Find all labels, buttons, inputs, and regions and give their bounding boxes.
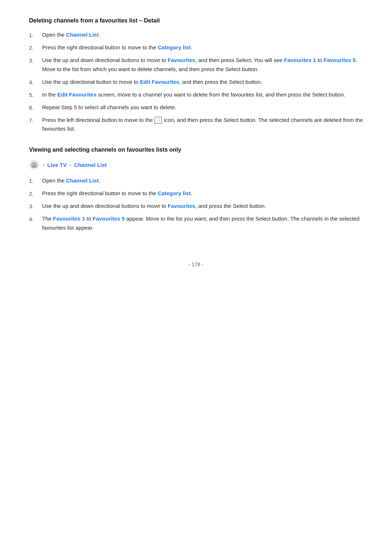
s2-step-2-text: Press the right directional button to mo…	[42, 189, 363, 198]
section1-title: Deleting channels from a favourites list…	[29, 17, 363, 24]
step-3-num: 3.	[29, 56, 42, 65]
s2-step-4: 4. The Favourites 1 to Favourites 5 appe…	[29, 214, 363, 233]
favourites1-link-2[interactable]: Favourites 1	[53, 216, 85, 222]
channel-list-link-1[interactable]: Channel List	[66, 32, 99, 38]
favourites-link-1[interactable]: Favourites	[168, 57, 195, 63]
step-3-text: Use the up and down directional buttons …	[42, 56, 363, 74]
step-6-text: Repeat Step 5 to select all channels you…	[42, 103, 363, 112]
section-viewing-channels: Viewing and selecting channels on favour…	[29, 147, 363, 233]
s2-step-1-num: 1.	[29, 176, 42, 185]
step-5: 5. In the Edit Favourites screen, move t…	[29, 90, 363, 99]
page-number: - 178 -	[189, 262, 203, 267]
step-7-text: Press the left directional button to mov…	[42, 116, 363, 134]
category-list-link-1[interactable]: Category list	[158, 44, 191, 50]
s2-step-4-text: The Favourites 1 to Favourites 5 appear.…	[42, 214, 363, 233]
s2-step-4-num: 4.	[29, 214, 42, 223]
live-tv-link[interactable]: Live TV	[47, 162, 66, 168]
favourites5-link-1[interactable]: Favourites 5	[323, 57, 355, 63]
left-icon: 〈	[155, 117, 162, 124]
s2-step-2-num: 2.	[29, 189, 42, 198]
channel-list-link-2[interactable]: Channel List	[66, 177, 99, 184]
breadcrumb: › Live TV › Channel List	[29, 160, 363, 170]
section1-steps: 1. Open the Channel List. 2. Press the r…	[29, 30, 363, 134]
step-6: 6. Repeat Step 5 to select all channels …	[29, 103, 363, 112]
page-footer: - 178 -	[29, 262, 363, 267]
step-5-text: In the Edit Favourites screen, move to a…	[42, 90, 363, 99]
favourites-link-2[interactable]: Favourites	[168, 203, 195, 209]
step-4-num: 4.	[29, 78, 42, 87]
edit-favourites-link-1[interactable]: Edit Favourites	[140, 79, 179, 85]
home-icon[interactable]	[29, 160, 39, 170]
breadcrumb-chevron-2: ›	[70, 162, 71, 168]
step-2-num: 2.	[29, 43, 42, 52]
step-6-num: 6.	[29, 103, 42, 112]
step-5-num: 5.	[29, 90, 42, 99]
s2-step-3: 3. Use the up and down directional butto…	[29, 202, 363, 211]
step-7-num: 7.	[29, 116, 42, 125]
step-1: 1. Open the Channel List.	[29, 30, 363, 40]
breadcrumb-chevron-1: ›	[43, 162, 44, 168]
category-list-link-2[interactable]: Category list	[158, 190, 191, 196]
step-2: 2. Press the right directional button to…	[29, 43, 363, 52]
step-1-text: Open the Channel List.	[42, 30, 363, 40]
favourites1-link-1[interactable]: Favourites 1	[284, 57, 316, 63]
s2-step-3-num: 3.	[29, 202, 42, 211]
step-4-text: Use the up directional button to move to…	[42, 78, 363, 87]
section-deleting-channels: Deleting channels from a favourites list…	[29, 17, 363, 134]
channel-list-breadcrumb-link[interactable]: Channel List	[74, 162, 107, 168]
s2-step-1-text: Open the Channel List.	[42, 176, 363, 185]
s2-step-1: 1. Open the Channel List.	[29, 176, 363, 185]
step-2-text: Press the right directional button to mo…	[42, 43, 363, 52]
section2-title: Viewing and selecting channels on favour…	[29, 147, 363, 153]
favourites5-link-2[interactable]: Favourites 5	[93, 216, 124, 222]
step-1-num: 1.	[29, 30, 42, 40]
step-7: 7. Press the left directional button to …	[29, 116, 363, 134]
s2-step-2: 2. Press the right directional button to…	[29, 189, 363, 198]
s2-step-3-text: Use the up and down directional buttons …	[42, 202, 363, 211]
step-3: 3. Use the up and down directional butto…	[29, 56, 363, 74]
section2-steps: 1. Open the Channel List. 2. Press the r…	[29, 176, 363, 233]
edit-favourites-link-2[interactable]: Edit Favourites	[57, 91, 97, 98]
step-4: 4. Use the up directional button to move…	[29, 78, 363, 87]
